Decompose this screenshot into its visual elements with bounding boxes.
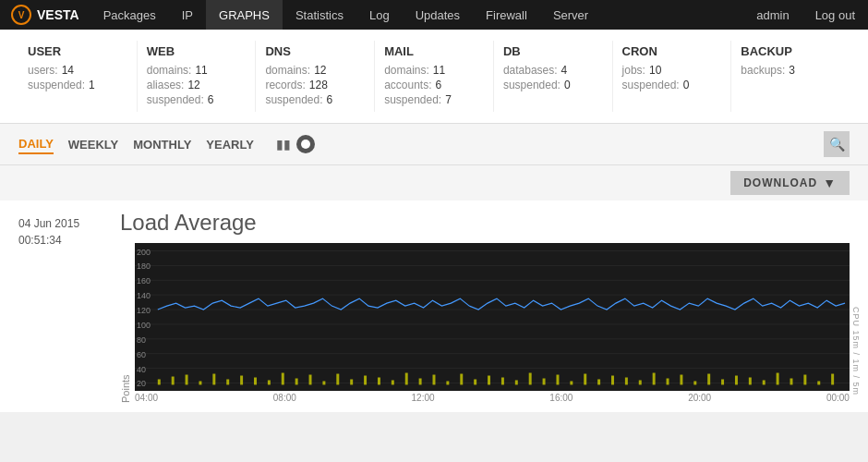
stat-web-label-0: domains: (147, 64, 192, 77)
stat-cron-row-1: suspended: 0 (622, 79, 722, 91)
stat-db-row-1: suspended: 0 (503, 79, 603, 91)
tab-weekly[interactable]: WEEKLY (68, 136, 118, 153)
svg-rect-49 (556, 375, 559, 385)
svg-rect-48 (543, 378, 546, 384)
svg-rect-30 (295, 378, 298, 384)
svg-rect-67 (803, 375, 806, 385)
logo-text: VESTA (37, 7, 79, 22)
nav-admin[interactable]: admin (743, 0, 802, 30)
nav-items: Packages IP GRAPHS Statistics Log Update… (90, 0, 744, 30)
svg-rect-61 (721, 379, 724, 384)
nav-logout[interactable]: Log out (802, 0, 868, 30)
graph-title: Load Average (120, 210, 850, 236)
svg-text:20: 20 (137, 379, 146, 388)
stat-web-row-0: domains: 11 (147, 64, 247, 77)
stat-db-row-0: databases: 4 (503, 64, 603, 77)
graph-controls: DAILY WEEKLY MONTHLY YEARLY ▮▮ 🔍 (0, 124, 868, 165)
stat-cron-title: CRON (622, 44, 722, 58)
download-arrow-icon: ▼ (823, 176, 837, 190)
svg-rect-68 (817, 381, 820, 384)
svg-rect-41 (446, 381, 449, 384)
svg-rect-31 (309, 375, 312, 385)
tab-daily[interactable]: DAILY (18, 135, 54, 154)
download-bar: DOWNLOAD ▼ (0, 165, 868, 201)
nav-ip[interactable]: IP (169, 0, 206, 30)
download-button[interactable]: DOWNLOAD ▼ (730, 171, 850, 195)
logo: V VESTA (0, 5, 90, 25)
graph-time: 00:51:34 (18, 234, 102, 247)
svg-text:140: 140 (137, 291, 151, 300)
stat-cron-row-0: jobs: 10 (622, 64, 722, 77)
x-tick-3: 16:00 (549, 393, 573, 403)
svg-text:120: 120 (137, 306, 151, 315)
tab-yearly[interactable]: YEARLY (206, 136, 254, 153)
graph-container: Load Average Points 200 (120, 210, 850, 403)
topnav: V VESTA Packages IP GRAPHS Statistics Lo… (0, 0, 868, 30)
stat-cron-label-0: jobs: (622, 64, 645, 77)
svg-rect-26 (240, 376, 243, 385)
svg-rect-64 (763, 380, 766, 384)
stat-backup-label-0: backups: (741, 64, 785, 77)
stat-db-label-1: suspended: (503, 79, 561, 91)
svg-rect-42 (460, 374, 463, 385)
search-button[interactable]: 🔍 (824, 131, 850, 157)
stat-mail-value-2: 7 (445, 93, 452, 106)
x-tick-5: 00:00 (826, 393, 850, 403)
nav-right: admin Log out (743, 0, 868, 30)
nav-statistics[interactable]: Statistics (283, 0, 356, 30)
svg-rect-44 (488, 376, 490, 385)
svg-rect-45 (501, 377, 504, 384)
nav-packages[interactable]: Packages (90, 0, 169, 30)
stat-web-label-1: aliases: (147, 79, 185, 91)
tab-monthly[interactable]: MONTHLY (133, 136, 191, 153)
stat-dns-label-1: records: (265, 79, 305, 91)
stat-db-value-0: 4 (561, 64, 568, 77)
stat-backup: BACKUP backups: 3 (731, 41, 850, 112)
svg-rect-51 (584, 374, 586, 385)
stat-web-value-2: 6 (208, 93, 214, 106)
stat-user-row-0: users: 14 (28, 64, 127, 77)
svg-rect-62 (735, 376, 738, 385)
svg-rect-50 (570, 381, 573, 384)
nav-firewall[interactable]: Firewall (473, 0, 540, 30)
toggle-icon[interactable] (296, 135, 315, 153)
stat-dns: DNS domains: 12 records: 128 suspended: … (256, 41, 375, 112)
svg-rect-53 (611, 376, 614, 385)
svg-rect-39 (419, 378, 422, 384)
stat-dns-row-0: domains: 12 (265, 64, 365, 77)
chart-wrapper: Points 200 180 160 (120, 243, 850, 403)
stat-dns-value-2: 6 (327, 93, 333, 106)
stat-user-label-1: suspended: (28, 79, 85, 91)
svg-rect-43 (474, 379, 476, 384)
svg-rect-65 (777, 373, 779, 385)
stat-cron-value-0: 10 (649, 64, 661, 77)
nav-updates[interactable]: Updates (403, 0, 473, 30)
stat-mail-label-1: accounts: (384, 79, 431, 91)
graph-date: 04 Jun 2015 (18, 217, 102, 230)
svg-text:180: 180 (137, 261, 151, 271)
svg-rect-37 (392, 380, 394, 384)
svg-rect-52 (597, 379, 600, 384)
stat-user-label-0: users: (28, 64, 58, 77)
stat-web-title: WEB (147, 44, 247, 58)
pause-controls: ▮▮ (276, 135, 315, 153)
svg-text:200: 200 (137, 248, 151, 257)
toggle-inner (301, 140, 310, 149)
nav-server[interactable]: Server (540, 0, 601, 30)
svg-rect-66 (790, 378, 793, 384)
pause-icon[interactable]: ▮▮ (276, 137, 291, 152)
svg-rect-69 (831, 374, 834, 385)
nav-graphs[interactable]: GRAPHS (206, 0, 283, 30)
stat-backup-title: BACKUP (741, 44, 840, 58)
stat-user-value-1: 1 (89, 79, 95, 91)
svg-rect-55 (639, 380, 642, 384)
stat-user: USER users: 14 suspended: 1 (18, 41, 138, 112)
svg-rect-54 (625, 377, 628, 384)
svg-rect-34 (350, 379, 353, 384)
stat-dns-row-2: suspended: 6 (265, 93, 365, 106)
stat-db-value-1: 0 (564, 79, 571, 91)
svg-rect-57 (667, 378, 669, 384)
nav-log[interactable]: Log (356, 0, 403, 30)
stat-mail-row-0: domains: 11 (384, 64, 484, 77)
stat-web-value-0: 11 (195, 64, 207, 77)
